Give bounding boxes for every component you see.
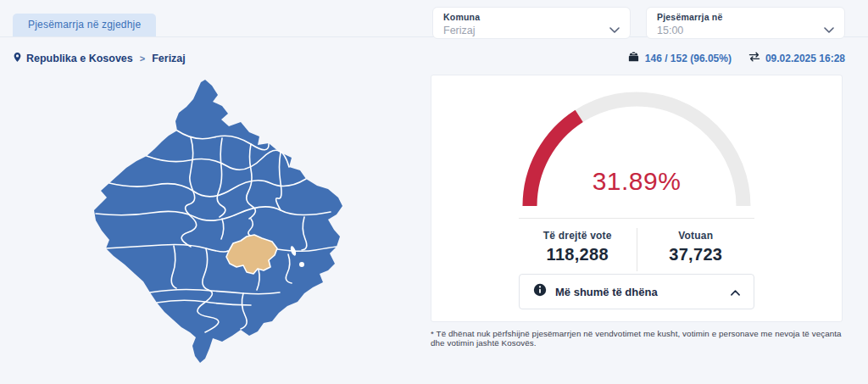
eligible-voters-label: Të drejtë vote xyxy=(519,230,637,242)
komuna-select-value: Ferizaj xyxy=(443,25,604,36)
time-select-label: Pjesëmarrja në xyxy=(657,12,819,22)
last-update-value: 09.02.2025 16:28 xyxy=(765,53,845,64)
breadcrumb-separator: > xyxy=(140,53,145,64)
footnote: * Të dhënat nuk përfshijnë pjesëmarrjen … xyxy=(431,329,846,348)
eligible-voters-stat: Të drejtë vote 118,288 xyxy=(519,228,637,271)
voted-value: 37,723 xyxy=(637,245,755,264)
info-icon xyxy=(533,283,547,300)
status-row: 146 / 152 (96.05%) 09.02.2025 16:28 xyxy=(627,51,845,65)
breadcrumb: Republika e Kosoves > Ferizaj xyxy=(13,52,186,65)
chevron-down-icon xyxy=(824,21,834,36)
breadcrumb-root-link[interactable]: Republika e Kosoves xyxy=(26,53,133,64)
turnout-gauge: 31.89% xyxy=(518,84,755,209)
turnout-stats: Të drejtë vote 118,288 Votuan 37,723 xyxy=(519,228,754,271)
sync-arrows-icon xyxy=(748,52,760,64)
stations-reported-stat: 146 / 152 (96.05%) xyxy=(627,51,732,65)
komuna-select[interactable]: Komuna Ferizaj xyxy=(432,7,631,39)
map-enclave xyxy=(299,262,304,267)
turnout-percent: 31.89% xyxy=(518,167,755,196)
more-data-label: Më shumë të dhëna xyxy=(555,286,658,298)
kosovo-map[interactable] xyxy=(85,72,352,369)
card-divider xyxy=(519,218,754,219)
more-data-toggle[interactable]: Më shumë të dhëna xyxy=(519,274,754,309)
chevron-down-icon xyxy=(609,21,620,36)
last-update-stat: 09.02.2025 16:28 xyxy=(748,52,845,64)
ballot-box-icon xyxy=(627,51,640,65)
voted-stat: Votuan 37,723 xyxy=(637,228,755,271)
komuna-select-label: Komuna xyxy=(443,12,604,22)
time-select[interactable]: Pjesëmarrja në 15:00 xyxy=(646,7,845,39)
turnout-card: 31.89% Të drejtë vote 118,288 Votuan 37,… xyxy=(431,75,843,322)
breadcrumb-current: Ferizaj xyxy=(152,53,186,64)
tab-participation[interactable]: Pjesëmarrja në zgjedhje xyxy=(13,14,156,36)
eligible-voters-value: 118,288 xyxy=(519,245,637,264)
stations-reported-value: 146 / 152 (96.05%) xyxy=(645,53,732,64)
voted-label: Votuan xyxy=(637,230,755,242)
location-pin-icon xyxy=(13,52,22,65)
time-select-value: 15:00 xyxy=(657,25,819,36)
chevron-up-icon xyxy=(731,284,740,299)
